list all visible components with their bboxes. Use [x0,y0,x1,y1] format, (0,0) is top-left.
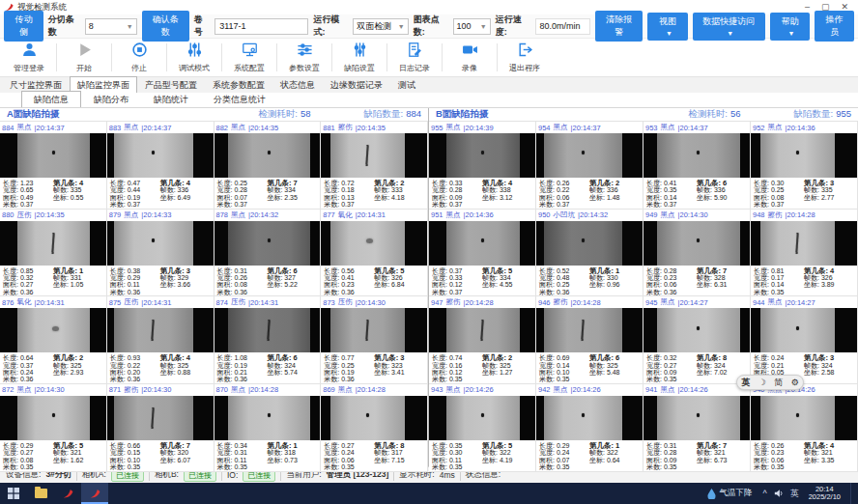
toolbar-button-log[interactable]: 日志记录 [387,39,442,76]
defect-image[interactable] [0,308,106,352]
start-button[interactable] [0,483,27,504]
defect-image[interactable] [107,396,214,440]
defect-cell[interactable]: 869黑点|20:14:28长度: 0.27宽度: 0.24面积: 0.06米数… [321,384,428,472]
defect-image[interactable] [321,221,427,266]
chart-points-dropdown[interactable]: 100▼ [453,18,491,35]
defect-image[interactable] [0,221,106,266]
toolbar-button-exit[interactable]: 退出程序 [498,39,552,76]
help-menu-button[interactable]: 帮助▼ [770,13,811,41]
operator-button[interactable]: 操作员 [815,11,854,42]
defect-image[interactable] [107,308,214,352]
defect-image[interactable] [214,133,321,178]
defect-image[interactable] [107,221,214,266]
defect-cell[interactable]: 942黑点|20:14:26长度: 0.29宽度: 0.24面积: 0.07米数… [536,384,644,472]
gear-icon[interactable]: ⚙ [791,378,799,387]
slit-count-dropdown[interactable]: 8▼ [85,18,137,35]
subtab-缺陷统计[interactable]: 缺陷统计 [141,91,201,107]
defect-image[interactable] [751,133,857,178]
defect-cell[interactable]: 880压伤|20:14:35长度: 0.85宽度: 0.32面积: 0.27米数… [0,210,107,297]
defect-image[interactable] [536,396,643,440]
defect-cell[interactable]: 950小凹坑|20:14:32长度: 0.52宽度: 0.48面积: 0.25米… [536,210,644,297]
defect-image[interactable] [536,133,643,178]
data-quick-access-button[interactable]: 数据快捷访问▼ [693,13,765,41]
speaker-icon[interactable] [774,489,784,498]
tab-状态信息[interactable]: 状态信息 [272,76,323,93]
defect-image[interactable] [0,396,106,440]
tray-expand-caret[interactable]: ^ [762,489,766,498]
defect-cell[interactable]: 876氧化|20:14:31长度: 0.64宽度: 0.37面积: 0.24米数… [0,296,107,384]
defect-cell[interactable]: 943黑点|20:14:26长度: 0.35宽度: 0.30面积: 0.11米数… [429,384,536,472]
defect-cell[interactable]: 874压伤|20:14:31长度: 1.08宽度: 0.19面积: 0.21米数… [214,296,322,384]
defect-cell[interactable]: 877氧化|20:14:31长度: 0.56宽度: 0.41面积: 0.23米数… [321,210,428,297]
toolbar-button-sliders[interactable]: 参数设置 [277,39,331,76]
defect-image[interactable] [0,133,106,178]
defect-image[interactable] [751,308,857,352]
defect-cell[interactable]: 941黑点|20:14:26长度: 0.31宽度: 0.28面积: 0.09米数… [644,384,751,472]
tab-测试[interactable]: 测试 [390,76,423,93]
defect-cell[interactable]: 879黑点|20:14:33长度: 0.38宽度: 0.29面积: 0.11米数… [107,210,214,297]
defect-image[interactable] [321,308,427,352]
toolbar-button-user[interactable]: 管理登录 [2,39,56,76]
defect-cell[interactable]: 872黑点|20:14:30长度: 0.29宽度: 0.27面积: 0.08米数… [0,384,107,472]
defect-image[interactable] [107,133,214,178]
toolbar-button-play[interactable]: 开始 [57,39,111,76]
defect-cell[interactable]: 883黑点|20:14:37长度: 0.47宽度: 0.44面积: 0.19米数… [107,122,214,210]
subtab-缺陷信息[interactable]: 缺陷信息 [21,91,81,107]
moon-icon[interactable]: ☽ [758,378,766,387]
defect-cell[interactable]: 940黑点|20:14:26长度: 0.26宽度: 0.23面积: 0.06米数… [751,384,858,472]
clear-alarm-button[interactable]: 清除报警 [595,11,643,42]
defect-image[interactable] [644,133,750,178]
language-theme-overlay[interactable]: 英☽简⚙ [736,375,804,390]
defect-image[interactable] [536,308,643,352]
defect-image[interactable] [214,396,321,440]
drive-side-button[interactable]: 传动侧 [4,11,43,42]
toolbar-button-camera[interactable]: 录像 [443,39,497,76]
toolbar-button-stop[interactable]: 停止 [112,39,166,76]
defect-image[interactable] [429,308,535,352]
defect-cell[interactable]: 944黑点|20:14:27长度: 0.24宽度: 0.21面积: 0.05米数… [751,296,858,384]
roll-number-input[interactable]: 3117-1 [214,18,308,35]
confirm-count-button[interactable]: 确认条数 [142,11,189,42]
defect-image[interactable] [429,396,535,440]
defect-cell[interactable]: 948擦伤|20:14:28长度: 0.81宽度: 0.17面积: 0.14米数… [751,210,858,297]
defect-cell[interactable]: 951黑点|20:14:36长度: 0.37宽度: 0.33面积: 0.12米数… [429,210,536,297]
view-menu-button[interactable]: 视图▼ [647,13,688,41]
defect-image[interactable] [429,133,535,178]
toolbar-button-monitor[interactable]: 系统配置 [222,39,276,76]
weather-widget[interactable]: 气温下降 [703,488,756,499]
defect-image[interactable] [536,221,643,266]
input-language-indicator[interactable]: 英 [790,488,799,500]
defect-cell[interactable]: 945黑点|20:14:27长度: 0.32宽度: 0.27面积: 0.09米数… [644,296,751,384]
lang-en-toggle[interactable]: 英 [741,377,750,389]
defect-cell[interactable]: 946擦伤|20:14:28长度: 0.69宽度: 0.14面积: 0.10米数… [536,296,644,384]
defect-cell[interactable]: 953黑点|20:14:37长度: 0.41宽度: 0.35面积: 0.14米数… [644,122,751,210]
defect-image[interactable] [321,396,427,440]
defect-cell[interactable]: 882黑点|20:14:35长度: 0.25宽度: 0.28面积: 0.07米数… [214,122,322,210]
defect-image[interactable] [644,221,750,266]
defect-cell[interactable]: 947擦伤|20:14:28长度: 0.74宽度: 0.16面积: 0.12米数… [429,296,536,384]
file-explorer-button[interactable] [27,483,54,504]
defect-image[interactable] [644,396,750,440]
lang-cn-toggle[interactable]: 简 [774,377,783,389]
subtab-分类信息统计[interactable]: 分类信息统计 [201,91,278,107]
defect-cell[interactable]: 881擦伤|20:14:35长度: 0.72宽度: 0.18面积: 0.13米数… [321,122,428,210]
show-desktop-button[interactable] [850,483,854,504]
taskbar-app-button[interactable] [54,483,81,504]
subtab-缺陷分布[interactable]: 缺陷分布 [81,91,141,107]
defect-cell[interactable]: 871擦伤|20:14:30长度: 0.66宽度: 0.15面积: 0.10米数… [107,384,214,472]
taskbar-app-button-active[interactable] [81,483,108,504]
tab-边缘数据记录[interactable]: 边缘数据记录 [323,76,390,93]
defect-cell[interactable]: 949黑点|20:14:30长度: 0.28宽度: 0.23面积: 0.06米数… [644,210,751,297]
defect-cell[interactable]: 870黑点|20:14:28长度: 0.34宽度: 0.31面积: 0.11米数… [214,384,322,472]
run-mode-dropdown[interactable]: 双面检测▼ [353,18,409,35]
defect-image[interactable] [751,221,857,266]
defect-cell[interactable]: 878黑点|20:14:32长度: 0.31宽度: 0.26面积: 0.08米数… [214,210,322,297]
defect-image[interactable] [644,308,750,352]
defect-image[interactable] [214,221,321,266]
defect-cell[interactable]: 952黑点|20:14:36长度: 0.30宽度: 0.25面积: 0.08米数… [751,122,858,210]
toolbar-button-slidersv[interactable]: 缺陷设置 [332,39,386,76]
taskbar-clock[interactable]: 20:14 2025/2/10 [806,486,844,502]
defect-cell[interactable]: 955黑点|20:14:39长度: 0.33宽度: 0.28面积: 0.09米数… [429,122,536,210]
defect-image[interactable] [751,396,857,440]
defect-image[interactable] [214,308,321,352]
